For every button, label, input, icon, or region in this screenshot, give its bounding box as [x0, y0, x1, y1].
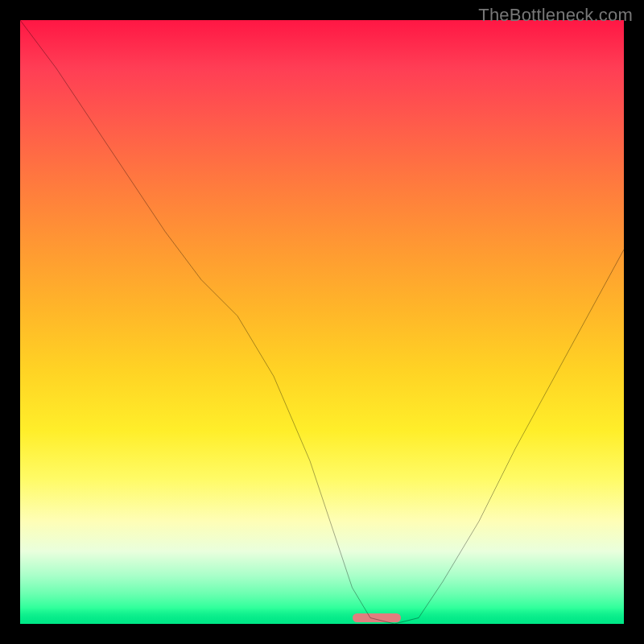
- bottleneck-curve: [20, 20, 624, 624]
- watermark-text: TheBottleneck.com: [478, 5, 633, 26]
- curve-svg: [20, 20, 624, 624]
- plot-area: [20, 20, 624, 624]
- chart-frame: TheBottleneck.com: [0, 0, 644, 644]
